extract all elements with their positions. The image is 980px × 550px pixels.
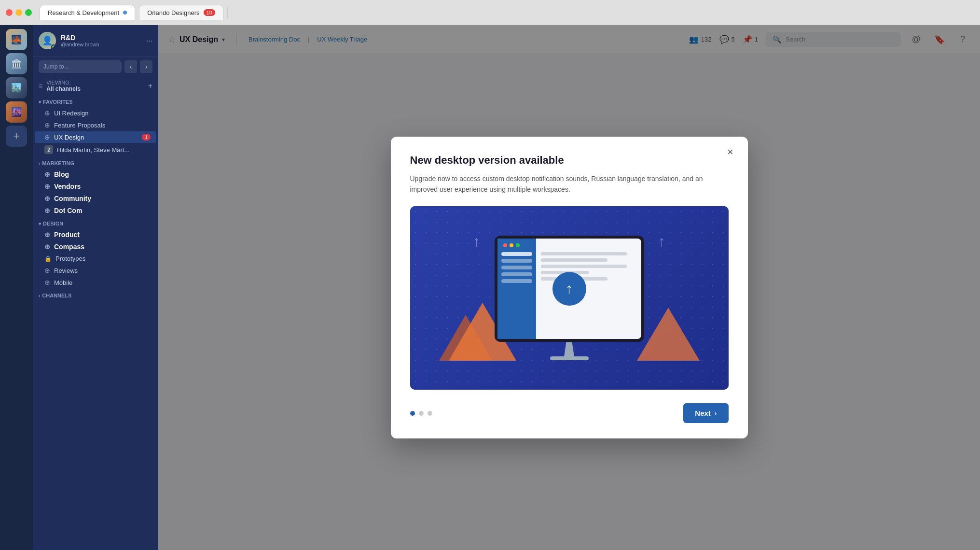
arrow-up-left: ↑	[473, 233, 481, 251]
traffic-lights	[6, 9, 32, 16]
minimize-traffic-light[interactable]	[15, 9, 22, 16]
favorites-header[interactable]: ▾ FAVORITES	[33, 95, 158, 107]
nav-forward-button[interactable]: ›	[140, 60, 152, 73]
monitor-sidebar-panel	[497, 239, 536, 339]
channel-item-prototypes[interactable]: 🔒 Prototypes	[35, 253, 156, 264]
workspace-icon-3[interactable]: 🌆	[6, 101, 27, 123]
workspace-icon-1[interactable]: 🏛️	[6, 53, 27, 74]
jump-to-section: ‹ ›	[33, 56, 158, 77]
maximize-traffic-light[interactable]	[25, 9, 32, 16]
channel-item-vendors[interactable]: ⊕ Vendors	[35, 181, 156, 192]
tab-separator	[227, 7, 228, 18]
channel-item-reviews[interactable]: ⊕ Reviews	[35, 265, 156, 276]
monitor-dot-green	[516, 243, 520, 247]
monitor-sidebar-line	[501, 252, 532, 256]
channels-label: CHANNELS	[42, 293, 71, 298]
globe-icon: ⊕	[44, 243, 50, 251]
globe-icon: ⊕	[44, 170, 50, 178]
channel-item-community[interactable]: ⊕ Community	[35, 193, 156, 204]
monitor-text-line	[541, 265, 627, 268]
monitor-sidebar-line	[501, 279, 532, 283]
dm-count-badge: 2	[44, 145, 53, 154]
viewing-info: VIEWING: All channels	[46, 80, 81, 92]
next-chevron-icon: ›	[715, 409, 717, 417]
globe-icon: ⊕	[44, 195, 50, 202]
channel-item-ux-design[interactable]: ⊕ UX Design 1	[35, 131, 156, 143]
globe-icon: ⊕	[44, 231, 50, 239]
viewing-label-text: VIEWING:	[46, 80, 81, 85]
modal-close-button[interactable]: ×	[723, 144, 738, 160]
next-button[interactable]: Next ›	[683, 403, 728, 423]
channel-label: Community	[54, 195, 91, 202]
globe-icon: ⊕	[44, 279, 50, 286]
design-header[interactable]: ▾ DESIGN	[33, 217, 158, 228]
channels-arrow-icon: ›	[39, 293, 40, 298]
tab-rd-label: Research & Development	[48, 9, 119, 16]
channel-label: Product	[54, 231, 80, 239]
modal-description: Upgrade now to access custom desktop not…	[410, 173, 729, 195]
jump-to-input[interactable]	[39, 60, 122, 73]
channel-item-ui-redesign[interactable]: ⊕ UI Redesign	[35, 107, 156, 119]
pagination-dot-0[interactable]	[410, 411, 415, 416]
modal-title: New desktop version available	[410, 154, 729, 167]
pagination-dots	[410, 411, 432, 416]
channel-label: Compass	[54, 243, 84, 251]
viewing-section: ≡ VIEWING: All channels +	[33, 77, 158, 95]
globe-icon: ⊕	[44, 109, 50, 117]
sidebar-more-button[interactable]: ⋯	[146, 37, 152, 44]
channel-item-blog[interactable]: ⊕ Blog ⋯	[35, 169, 156, 180]
add-workspace-button[interactable]: +	[6, 126, 27, 147]
monitor-illustration: ↑	[495, 236, 644, 360]
channel-label: Prototypes	[55, 255, 85, 262]
next-button-label: Next	[695, 409, 711, 417]
pagination-dot-2[interactable]	[428, 411, 432, 416]
channels-bottom-section: › CHANNELS	[33, 289, 158, 300]
monitor-base	[550, 356, 589, 360]
monitor-text-line	[541, 258, 608, 262]
channel-label: UX Design	[54, 134, 84, 141]
monitor-sidebar-line	[501, 266, 532, 269]
workspace-icon-2[interactable]: 🏙️	[6, 77, 27, 99]
monitor-screen-outer: ↑	[495, 236, 644, 342]
channels-bottom-header[interactable]: › CHANNELS	[33, 289, 158, 300]
channel-item-product[interactable]: ⊕ Product	[35, 229, 156, 240]
workspace-icon-0[interactable]: 🌉	[6, 29, 27, 50]
monitor-dot-yellow	[510, 243, 513, 247]
channel-item-compass[interactable]: ⊕ Compass	[35, 241, 156, 253]
modal-dialog: × New desktop version available Upgrade …	[391, 137, 748, 439]
globe-icon: ⊕	[44, 133, 50, 141]
viewing-icon: ≡	[39, 82, 42, 90]
arrow-up-right: ↑	[658, 233, 666, 251]
monitor-main-panel	[536, 239, 641, 339]
channel-label: Blog	[54, 170, 69, 178]
nav-back-button[interactable]: ‹	[124, 60, 137, 73]
channel-item-mobile[interactable]: ⊕ Mobile	[35, 277, 156, 288]
modal-illustration: ↑ ↑ ↑ ↑	[410, 206, 729, 390]
workspace-sidebar: 🌉 🏛️ 🏙️ 🌆 +	[0, 25, 33, 550]
tab-rd-dot	[123, 11, 127, 14]
marketing-header[interactable]: › MARKETING	[33, 156, 158, 168]
modal-footer: Next ›	[410, 403, 729, 423]
tab-od[interactable]: Orlando Designers 10	[139, 5, 223, 20]
channel-item-dot-com[interactable]: ⊕ Dot Com	[35, 205, 156, 216]
monitor-sidebar-line	[501, 259, 532, 263]
sidebar-username: R&D	[61, 34, 99, 42]
lock-icon: 🔒	[44, 255, 52, 262]
channel-item-feature-proposals[interactable]: ⊕ Feature Proposals	[35, 119, 156, 131]
channel-sidebar: 👤 R&D @andrew.brown ⋯ ‹ › ≡ VIEWING: All…	[33, 25, 158, 550]
globe-icon: ⊕	[44, 121, 50, 129]
upload-circle: ↑	[552, 272, 586, 306]
globe-icon: ⊕	[44, 183, 50, 190]
triangle-right	[637, 308, 700, 361]
add-channel-button[interactable]: +	[148, 82, 152, 90]
app-body: 🌉 🏛️ 🏙️ 🌆 + 👤 R&D @andrew.brown ⋯ ‹ ›	[0, 25, 980, 550]
design-label: DESIGN	[43, 221, 63, 226]
design-section: ▾ DESIGN ⊕ Product ⊕ Compass 🔒 Prototype…	[33, 217, 158, 289]
channel-label: Mobile	[54, 279, 72, 286]
channel-item-dm-hilda[interactable]: 2 Hilda Martin, Steve Mart...	[35, 143, 156, 156]
tab-rd[interactable]: Research & Development	[40, 5, 135, 20]
pagination-dot-1[interactable]	[419, 411, 424, 416]
close-traffic-light[interactable]	[6, 9, 13, 16]
monitor-text-line	[541, 252, 627, 255]
dm-label: Hilda Martin, Steve Mart...	[57, 146, 129, 154]
